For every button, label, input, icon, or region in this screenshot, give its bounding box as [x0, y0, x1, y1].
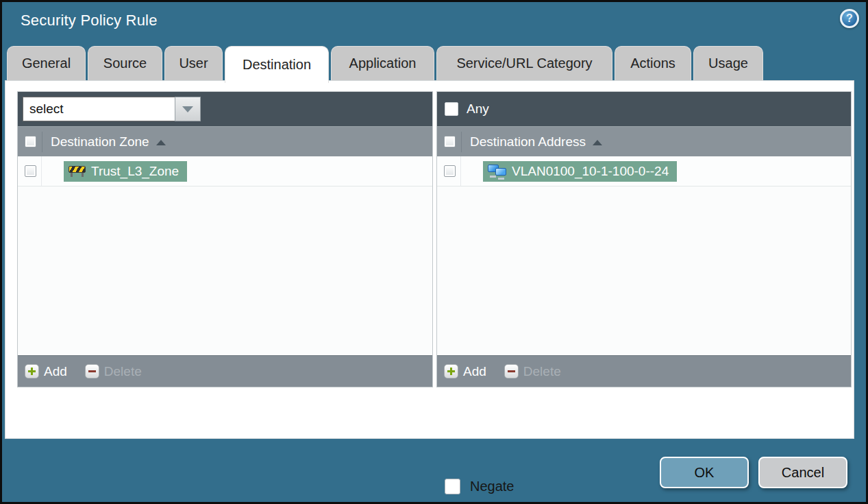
any-checkbox[interactable] — [445, 102, 458, 116]
minus-icon — [85, 364, 99, 379]
tab-application[interactable]: Application — [331, 46, 434, 80]
plus-icon — [444, 364, 458, 379]
address-row-checkbox[interactable] — [444, 165, 456, 177]
negate-label: Negate — [470, 479, 514, 494]
plus-icon — [25, 364, 39, 379]
zone-table-body: Trust_L3_Zone — [18, 156, 432, 355]
tab-actions[interactable]: Actions — [615, 46, 691, 80]
address-table-header: Destination Address — [437, 126, 851, 156]
delete-address-button[interactable]: Delete — [504, 364, 561, 379]
destination-address-panel: Any Destination Address VLAN0 — [436, 91, 852, 387]
add-label: Add — [44, 364, 67, 379]
column-divider — [460, 156, 461, 186]
negate-checkbox[interactable] — [445, 479, 460, 494]
zone-column-header[interactable]: Destination Zone — [42, 132, 166, 152]
zone-chip[interactable]: Trust_L3_Zone — [64, 161, 187, 182]
add-address-button[interactable]: Add — [444, 364, 486, 379]
address-select-all-checkbox[interactable] — [444, 136, 456, 147]
add-zone-button[interactable]: Add — [25, 364, 67, 379]
tab-usage[interactable]: Usage — [693, 46, 763, 80]
address-table-body: VLAN0100_10-1-100-0--24 — [437, 156, 851, 355]
address-actions-bar: Add Delete — [437, 355, 851, 387]
cancel-button[interactable]: Cancel — [758, 457, 847, 488]
zone-chip-label: Trust_L3_Zone — [91, 164, 179, 179]
sort-ascending-icon — [593, 140, 602, 145]
table-row[interactable]: Trust_L3_Zone — [18, 156, 432, 187]
zone-barrier-icon — [69, 165, 86, 177]
zone-select-all-checkbox[interactable] — [25, 136, 36, 147]
dialog-title: Security Policy Rule — [21, 12, 158, 29]
any-label: Any — [467, 101, 489, 117]
tab-general[interactable]: General — [7, 46, 86, 80]
delete-label: Delete — [523, 364, 561, 379]
zone-select-input[interactable] — [23, 97, 175, 121]
security-policy-rule-dialog: Security Policy Rule ? General Source Us… — [0, 0, 868, 504]
column-divider — [41, 156, 42, 186]
table-row[interactable]: VLAN0100_10-1-100-0--24 — [437, 156, 851, 187]
tab-source[interactable]: Source — [88, 46, 162, 80]
zone-row-checkbox[interactable] — [25, 165, 36, 177]
zone-actions-bar: Add Delete — [18, 355, 432, 387]
zone-select-combo — [23, 97, 201, 121]
tab-destination[interactable]: Destination — [225, 46, 329, 83]
tab-bar: General Source User Destination Applicat… — [7, 46, 763, 80]
add-label: Add — [463, 364, 486, 379]
any-bar: Any — [437, 92, 851, 126]
delete-zone-button[interactable]: Delete — [85, 364, 142, 379]
help-icon[interactable]: ? — [840, 9, 859, 28]
address-chip-label: VLAN0100_10-1-100-0--24 — [512, 164, 669, 179]
address-column-header-label: Destination Address — [470, 134, 586, 149]
destination-tab-content: Destination Zone Trust_L3_Zone Add — [5, 80, 854, 439]
tab-user[interactable]: User — [164, 46, 223, 80]
sort-ascending-icon — [156, 140, 166, 145]
address-chip[interactable]: VLAN0100_10-1-100-0--24 — [483, 161, 677, 182]
tab-service-url-category[interactable]: Service/URL Category — [436, 46, 612, 80]
chevron-down-icon — [182, 106, 193, 112]
negate-control: Negate — [445, 479, 514, 494]
zone-table-header: Destination Zone — [18, 126, 432, 156]
destination-zone-panel: Destination Zone Trust_L3_Zone Add — [17, 91, 433, 387]
delete-label: Delete — [104, 364, 142, 379]
zone-select-dropdown-button[interactable] — [175, 97, 201, 121]
minus-icon — [504, 364, 519, 379]
zone-column-header-label: Destination Zone — [51, 134, 149, 149]
address-column-header[interactable]: Destination Address — [461, 132, 602, 152]
ok-button[interactable]: OK — [660, 457, 749, 488]
address-group-icon — [488, 165, 506, 178]
zone-select-bar — [18, 92, 432, 126]
